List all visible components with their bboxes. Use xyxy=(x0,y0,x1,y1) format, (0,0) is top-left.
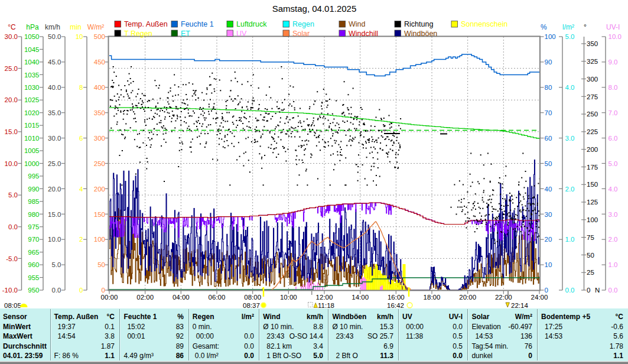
svg-text:70: 70 xyxy=(545,109,552,116)
svg-text:350: 350 xyxy=(94,109,105,116)
svg-text:30: 30 xyxy=(545,211,552,218)
svg-text:7.0: 7.0 xyxy=(609,109,618,116)
svg-text:75: 75 xyxy=(587,234,594,241)
svg-text:60: 60 xyxy=(545,135,552,142)
svg-text:960: 960 xyxy=(28,261,39,268)
svg-text:1030: 1030 xyxy=(24,84,40,91)
svg-text:3.0: 3.0 xyxy=(609,211,618,218)
svg-text:0.0: 0.0 xyxy=(609,287,618,294)
svg-text:12:00: 12:00 xyxy=(316,294,333,301)
svg-text:1040: 1040 xyxy=(24,58,40,66)
svg-text:Temp. Außen: Temp. Außen xyxy=(124,20,168,28)
svg-text:4.0: 4.0 xyxy=(565,84,575,91)
svg-text:10: 10 xyxy=(545,261,552,268)
svg-text:400: 400 xyxy=(94,84,105,91)
svg-text:100: 100 xyxy=(587,216,598,223)
svg-text:300: 300 xyxy=(587,76,598,83)
svg-text:3.0: 3.0 xyxy=(565,135,575,142)
svg-text:Windböen: Windböen xyxy=(404,30,437,38)
svg-text:km/h: km/h xyxy=(45,23,60,31)
svg-text:0: 0 xyxy=(545,287,548,294)
svg-text:965: 965 xyxy=(28,249,39,256)
svg-text:985: 985 xyxy=(28,198,39,205)
svg-text:18:00: 18:00 xyxy=(424,294,441,301)
svg-text:-5.0: -5.0 xyxy=(6,255,18,262)
svg-text:500: 500 xyxy=(94,33,105,40)
svg-text:0: 0 xyxy=(587,287,590,294)
svg-text:20.0: 20.0 xyxy=(5,96,18,103)
svg-text:955: 955 xyxy=(28,274,39,281)
svg-text:UV-I: UV-I xyxy=(606,23,620,31)
svg-text:0.0: 0.0 xyxy=(52,287,61,294)
svg-text:00:00: 00:00 xyxy=(101,294,118,301)
svg-text:6: 6 xyxy=(79,135,83,142)
svg-text:N: N xyxy=(595,287,600,294)
svg-text:50.0: 50.0 xyxy=(48,33,61,40)
svg-text:5.0: 5.0 xyxy=(8,191,18,199)
svg-text:200: 200 xyxy=(587,146,598,153)
svg-text:Wind: Wind xyxy=(349,20,366,28)
svg-text:1045: 1045 xyxy=(24,46,40,53)
svg-text:175: 175 xyxy=(587,164,598,171)
svg-text:1000: 1000 xyxy=(24,160,40,167)
svg-text:1025: 1025 xyxy=(24,96,40,103)
svg-text:5.0: 5.0 xyxy=(52,261,61,268)
svg-text:1035: 1035 xyxy=(24,72,40,79)
svg-text:1.0: 1.0 xyxy=(609,261,618,268)
svg-text:20: 20 xyxy=(545,236,552,243)
svg-text:25.0: 25.0 xyxy=(48,160,61,167)
svg-text:200: 200 xyxy=(94,186,105,193)
svg-text:15.0: 15.0 xyxy=(48,211,61,218)
svg-text:975: 975 xyxy=(28,223,39,230)
svg-text:100: 100 xyxy=(545,33,556,40)
svg-text:1010: 1010 xyxy=(24,135,40,142)
svg-text:Solar: Solar xyxy=(292,30,310,38)
svg-text:2: 2 xyxy=(79,236,83,243)
svg-text:995: 995 xyxy=(28,173,39,180)
svg-text:150: 150 xyxy=(587,181,598,188)
svg-text:40: 40 xyxy=(545,186,552,193)
svg-text:0: 0 xyxy=(79,287,83,294)
svg-text:hPa: hPa xyxy=(26,23,39,31)
svg-text:l/m²: l/m² xyxy=(562,23,574,31)
svg-text:6.0: 6.0 xyxy=(609,135,618,142)
svg-text:10.0: 10.0 xyxy=(609,33,622,40)
svg-text:14:00: 14:00 xyxy=(352,294,369,301)
svg-text:1050: 1050 xyxy=(24,33,40,40)
svg-text:1.0: 1.0 xyxy=(565,236,575,243)
svg-text:Regen: Regen xyxy=(292,20,314,28)
svg-text:30.0: 30.0 xyxy=(5,33,18,40)
svg-text:2.0: 2.0 xyxy=(565,186,575,193)
svg-text:Richtung: Richtung xyxy=(404,20,433,28)
svg-text:02:00: 02:00 xyxy=(136,294,154,301)
svg-text:24:00: 24:00 xyxy=(531,294,548,301)
svg-text:35.0: 35.0 xyxy=(48,109,61,116)
svg-text:4.0: 4.0 xyxy=(609,186,618,193)
svg-text:1005: 1005 xyxy=(24,147,40,154)
svg-text:T Regen: T Regen xyxy=(124,30,152,38)
svg-text:4: 4 xyxy=(79,186,83,193)
svg-text:0.0: 0.0 xyxy=(565,287,575,294)
svg-text:450: 450 xyxy=(94,58,105,66)
svg-text:250: 250 xyxy=(587,110,598,118)
svg-text:10: 10 xyxy=(76,33,83,40)
svg-text:225: 225 xyxy=(587,128,598,135)
svg-text:04:00: 04:00 xyxy=(173,294,190,301)
svg-text:°C: °C xyxy=(8,23,16,31)
svg-text:Samstag, 04.01.2025: Samstag, 04.01.2025 xyxy=(272,4,357,14)
svg-text:80: 80 xyxy=(545,84,552,91)
svg-text:275: 275 xyxy=(587,93,598,100)
svg-text:%: % xyxy=(541,23,547,31)
svg-text:W/m²: W/m² xyxy=(87,23,105,31)
svg-text:ET: ET xyxy=(181,30,190,38)
svg-text:22:00: 22:00 xyxy=(495,294,512,301)
svg-text:300: 300 xyxy=(94,135,105,142)
svg-text:8: 8 xyxy=(79,84,83,91)
svg-text:Luftdruck: Luftdruck xyxy=(236,20,267,28)
svg-text:16:00: 16:00 xyxy=(388,294,405,301)
svg-text:20:00: 20:00 xyxy=(459,294,476,301)
svg-text:9.0: 9.0 xyxy=(609,58,618,66)
svg-text:40.0: 40.0 xyxy=(48,84,61,91)
svg-text:2.0: 2.0 xyxy=(609,236,618,243)
svg-text:08:00: 08:00 xyxy=(244,294,261,301)
